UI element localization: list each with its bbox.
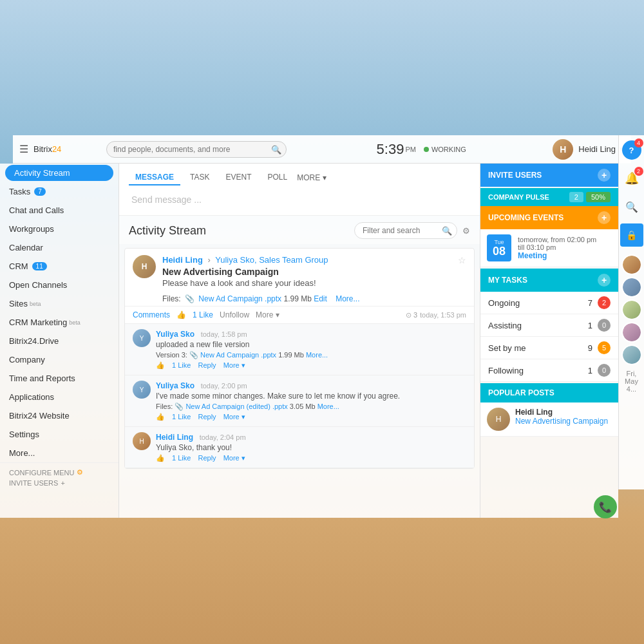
pulse-percent: 50%	[586, 192, 611, 202]
content-area: MESSAGE TASK EVENT POLL MORE ▾ Send mess…	[119, 164, 480, 518]
sidebar-item-activity-stream[interactable]: Activity Stream	[5, 165, 113, 181]
notifications-button[interactable]: 🔔 2	[620, 167, 643, 190]
comment-more-3[interactable]: More ▾	[223, 454, 245, 462]
sidebar: Activity Stream Tasks 7 Chat and Calls W…	[0, 164, 119, 518]
post-star-icon[interactable]: ☆	[458, 255, 466, 265]
help-button[interactable]: ? 4	[620, 138, 643, 162]
comment-file-link-1[interactable]: New Ad Campaign .pptx	[200, 351, 276, 359]
sidebar-item-workgroups[interactable]: Workgroups	[0, 220, 118, 238]
sidebar-item-calendar[interactable]: Calendar	[0, 238, 118, 257]
comment-author-2[interactable]: Yuliya Sko	[156, 381, 194, 390]
task-assisting-badge: 0	[598, 319, 611, 332]
tab-task[interactable]: TASK	[184, 170, 216, 185]
stream-settings-icon[interactable]: ⚙	[462, 226, 470, 236]
file-more-btn[interactable]: More...	[336, 294, 359, 303]
more-btn[interactable]: More ▾	[256, 310, 279, 319]
configure-menu-button[interactable]: CONFIGURE MENU ⚙	[9, 468, 109, 477]
logo: ☰ Bitrix 24	[19, 143, 97, 155]
file-edit-btn[interactable]: Edit	[314, 294, 327, 303]
comment-author-3[interactable]: Heidi Ling	[156, 433, 193, 442]
task-assisting-count: 1	[588, 321, 592, 330]
comment-like-1[interactable]: 1 Like	[172, 361, 191, 369]
comment-like-2[interactable]: 1 Like	[172, 413, 191, 421]
invite-users-section: INVITE USERS +	[480, 164, 618, 187]
sidebar-item-more[interactable]: More...	[0, 444, 118, 462]
search-input[interactable]	[106, 141, 287, 158]
stream-filter: 🔍 ⚙	[354, 222, 470, 239]
sidebar-item-chat[interactable]: Chat and Calls	[0, 201, 118, 220]
popular-posts-label: POPULAR POSTS	[488, 388, 554, 397]
online-user-1[interactable]	[621, 254, 642, 275]
online-user-5[interactable]	[621, 345, 642, 365]
task-row-ongoing[interactable]: Ongoing 7 2	[480, 292, 618, 314]
sidebar-item-applications[interactable]: Applications	[0, 388, 118, 406]
clock-time: 5:39	[377, 141, 404, 158]
sidebar-item-drive[interactable]: Bitrix24.Drive	[0, 332, 118, 350]
sidebar-item-website[interactable]: Bitrix24 Website	[0, 406, 118, 425]
file-link[interactable]: New Ad Campaign .pptx	[198, 294, 281, 303]
bell-badge: 2	[634, 167, 643, 176]
task-row-set-by-me[interactable]: Set by me 9 5	[480, 337, 618, 359]
sidebar-item-open-channels[interactable]: Open Channels	[0, 276, 118, 294]
popular-post-item[interactable]: H Heidi Ling New Advertising Campaign	[480, 402, 618, 437]
my-tasks-label: MY TASKS	[488, 276, 527, 285]
search-icon: 🔍	[271, 144, 281, 154]
search-button-right[interactable]: 🔍	[620, 195, 643, 218]
list-item: Y Yuliya Sko today, 1:58 pm uploaded a n…	[125, 324, 474, 375]
post-target[interactable]: Yuliya Sko, Sales Team Group	[215, 255, 328, 265]
comment-file-link-2[interactable]: New Ad Campaign (edited) .pptx	[185, 402, 287, 410]
invite-icon: +	[61, 479, 64, 487]
sidebar-item-crm[interactable]: CRM 11	[0, 257, 118, 276]
comment-author-1[interactable]: Yuliya Sko	[156, 330, 194, 339]
sidebar-item-company[interactable]: Company	[0, 350, 118, 369]
task-row-assisting[interactable]: Assisting 1 0	[480, 314, 618, 337]
tab-event[interactable]: EVENT	[219, 170, 258, 185]
sidebar-item-time-reports[interactable]: Time and Reports	[0, 369, 118, 388]
popular-post-title[interactable]: New Advertising Campaign	[515, 417, 612, 426]
add-task-btn[interactable]: +	[598, 274, 611, 287]
online-user-2[interactable]	[621, 277, 642, 298]
online-user-3[interactable]	[621, 299, 642, 320]
comment-reply-3[interactable]: Reply	[198, 454, 216, 462]
task-setbyme-badge: 5	[598, 341, 611, 354]
online-user-4[interactable]	[621, 322, 642, 343]
comment-file-more-1[interactable]: More...	[306, 351, 328, 359]
add-event-btn[interactable]: +	[598, 211, 611, 224]
sidebar-item-tasks[interactable]: Tasks 7	[0, 182, 118, 201]
compose-input[interactable]: Send message ...	[129, 191, 470, 209]
my-tasks-header: MY TASKS +	[480, 269, 618, 292]
comment-more-2[interactable]: More ▾	[223, 413, 245, 421]
sidebar-item-crm-marketing[interactable]: CRM Marketing beta	[0, 313, 118, 332]
comments-section: Y Yuliya Sko today, 1:58 pm uploaded a n…	[125, 323, 474, 468]
menu-icon[interactable]: ☰	[19, 143, 28, 155]
sidebar-item-settings[interactable]: Settings	[0, 425, 118, 444]
event-day: Tue	[494, 239, 504, 245]
clock-ampm: PM	[405, 146, 416, 153]
upcoming-events-section: UPCOMING EVENTS + Tue 08 tomorrow, from …	[480, 206, 618, 267]
like-btn[interactable]: 1 Like	[193, 310, 213, 319]
task-row-following[interactable]: Following 1 0	[480, 359, 618, 382]
comment-avatar-2: Y	[133, 381, 151, 399]
post-arrow: ›	[207, 255, 210, 265]
post-author[interactable]: Heidi Ling	[162, 255, 203, 265]
tab-message[interactable]: MESSAGE	[129, 170, 180, 185]
comment-more-1[interactable]: More ▾	[223, 361, 245, 369]
comment-file-more-2[interactable]: More...	[317, 402, 339, 410]
comment-reply-1[interactable]: Reply	[198, 361, 216, 369]
comment-like-3[interactable]: 1 Like	[172, 454, 191, 462]
unfollow-btn[interactable]: Unfollow	[220, 310, 249, 319]
pulse-count: 2	[569, 192, 583, 202]
phone-button[interactable]: 📞	[594, 495, 617, 518]
invite-users-add-btn[interactable]: +	[598, 169, 611, 182]
event-name[interactable]: Meeting	[518, 251, 612, 260]
comment-text-3: Yuliya Sko, thank you!	[156, 443, 466, 452]
comment-file-1: Version 3: 📎 New Ad Campaign .pptx 1.99 …	[156, 351, 466, 359]
comments-btn[interactable]: Comments	[133, 310, 170, 319]
tab-poll[interactable]: POLL	[261, 170, 294, 185]
comment-reply-2[interactable]: Reply	[198, 413, 216, 421]
sidebar-invite-users-button[interactable]: INVITE USERS +	[9, 479, 109, 487]
user-info[interactable]: H Heidi Ling ▼	[553, 139, 625, 160]
sidebar-item-sites[interactable]: Sites beta	[0, 294, 118, 313]
lock-button[interactable]: 🔒	[620, 223, 643, 247]
tab-more[interactable]: MORE ▾	[297, 173, 326, 182]
